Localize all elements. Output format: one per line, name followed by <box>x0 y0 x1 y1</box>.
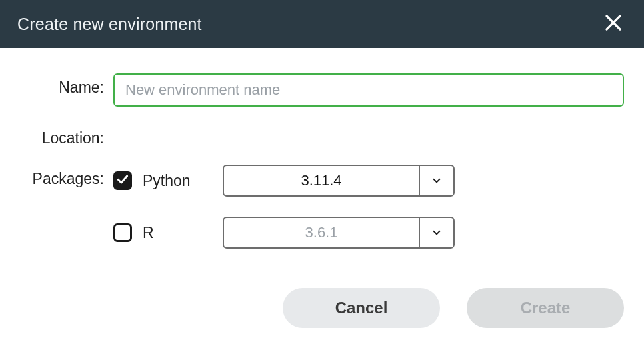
create-button[interactable]: Create <box>467 288 624 328</box>
package-r-row: R 3.6.1 <box>113 217 624 249</box>
close-button[interactable] <box>600 11 627 37</box>
dialog-title: Create new environment <box>17 15 202 34</box>
cancel-button[interactable]: Cancel <box>283 288 440 328</box>
package-python-row: Python 3.11.4 <box>113 165 624 197</box>
name-label: Name: <box>20 73 113 97</box>
titlebar: Create new environment <box>0 0 644 48</box>
r-version-select[interactable]: 3.6.1 <box>223 217 455 249</box>
location-label: Location: <box>20 124 113 147</box>
python-checkbox[interactable] <box>113 171 132 190</box>
dialog-footer: Cancel Create <box>0 288 644 352</box>
packages-label: Packages: <box>20 165 113 188</box>
location-row: Location: <box>20 124 624 147</box>
packages-row: Packages: Python 3.11.4 <box>20 165 624 249</box>
python-version-value: 3.11.4 <box>224 166 419 195</box>
python-version-select[interactable]: 3.11.4 <box>223 165 455 197</box>
python-label: Python <box>143 172 223 190</box>
checkmark-icon <box>116 173 129 189</box>
create-environment-dialog: Create new environment Name: Location: <box>0 0 644 352</box>
chevron-down-icon <box>419 166 453 195</box>
chevron-down-icon <box>419 218 453 247</box>
r-checkbox[interactable] <box>113 223 132 242</box>
close-icon <box>603 13 623 35</box>
dialog-body: Name: Location: Packages: <box>0 48 644 288</box>
r-version-value: 3.6.1 <box>224 218 419 247</box>
name-input[interactable] <box>113 73 624 107</box>
name-row: Name: <box>20 73 624 107</box>
r-label: R <box>143 224 223 242</box>
